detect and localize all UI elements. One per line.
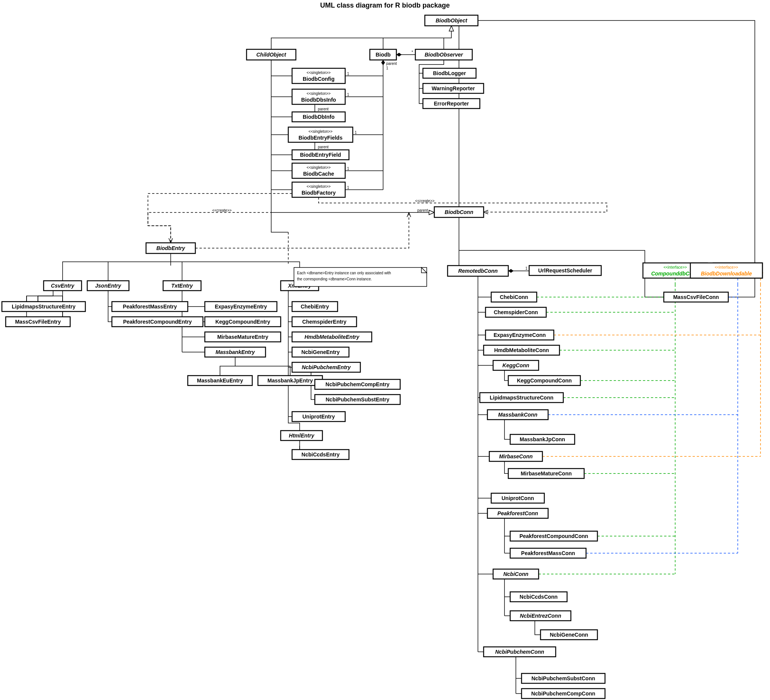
uml-diagram: UML class diagram for R biodb package * …	[0, 0, 770, 700]
svg-text:<<create>>: <<create>>	[212, 208, 231, 212]
label-CsvEntry: CsvEntry	[51, 283, 75, 289]
label-NcbiCcdsConn: NcbiCcdsConn	[520, 594, 558, 600]
label-BiodbCache: BiodbCache	[303, 171, 334, 177]
label-HmdbMetaboliteConn: HmdbMetaboliteConn	[494, 347, 549, 353]
label-MassCsvFileConn: MassCsvFileConn	[673, 294, 719, 300]
label-KeggCompoundConn: KeggCompoundConn	[517, 378, 572, 384]
label-LipidmapsStructureConn: LipidmapsStructureConn	[490, 395, 553, 401]
label-NcbiPubchemCompConn: NcbiPubchemCompConn	[531, 690, 595, 697]
label-PeakforestMassConn: PeakforestMassConn	[521, 550, 575, 556]
label-BiodbDbInfo: BiodbDbInfo	[302, 114, 335, 120]
stereo-CompounddbConn: <<interface>>	[663, 265, 687, 269]
label-BiodbDownloadable: BiodbDownloadable	[701, 271, 752, 277]
label-ChebiConn: ChebiConn	[500, 294, 528, 300]
label-ChildObject: ChildObject	[256, 52, 287, 58]
label-BiodbConn: BiodbConn	[445, 209, 473, 215]
label-NcbiPubchemEntry: NcbiPubchemEntry	[302, 364, 351, 370]
label-MassbankJpEntry: MassbankJpEntry	[267, 378, 313, 384]
stereo-BiodbConfig: <<singleton>>	[306, 71, 331, 75]
label-RemotedbConn: RemotedbConn	[458, 268, 498, 274]
label-BiodbEntryField: BiodbEntryField	[300, 152, 341, 158]
svg-text:*: *	[412, 50, 413, 54]
label-UniprotConn: UniprotConn	[501, 495, 534, 501]
label-UniprotEntry: UniprotEntry	[302, 413, 335, 420]
label-MirbaseConn: MirbaseConn	[499, 454, 533, 459]
label-PeakforestConn: PeakforestConn	[497, 510, 538, 516]
label-BiodbEntryFields: BiodbEntryFields	[299, 134, 343, 141]
label-BiodbConfig: BiodbConfig	[302, 76, 335, 82]
label-HtmlEntry: HtmlEntry	[289, 433, 315, 439]
svg-text:1: 1	[347, 92, 349, 97]
label-NcbiConn: NcbiConn	[503, 571, 528, 577]
svg-text:1: 1	[347, 186, 349, 190]
label-BiodbFactory: BiodbFactory	[302, 190, 336, 196]
label-NcbiEntrezConn: NcbiEntrezConn	[520, 613, 561, 619]
label-MassbankJpConn: MassbankJpConn	[520, 436, 565, 442]
label-PeakforestCompoundEntry: PeakforestCompoundEntry	[123, 319, 192, 325]
label-MassbankEntry: MassbankEntry	[215, 349, 255, 355]
label-ChemspiderEntry: ChemspiderEntry	[302, 319, 347, 325]
label-MassbankEuEntry: MassbankEuEntry	[197, 378, 243, 384]
label-BiodbDbsInfo: BiodbDbsInfo	[301, 97, 336, 103]
stereo-BiodbEntryFields: <<singleton>>	[308, 130, 333, 134]
label-NcbiPubchemSubstConn: NcbiPubchemSubstConn	[531, 675, 595, 681]
svg-text:parent: parent	[318, 107, 329, 111]
diagram-title: UML class diagram for R biodb package	[320, 2, 450, 9]
label-LipidmapsStructureEntry: LipidmapsStructureEntry	[12, 303, 76, 309]
label-BiodbLogger: BiodbLogger	[433, 70, 466, 76]
label-NcbiPubchemCompEntry: NcbiPubchemCompEntry	[325, 381, 390, 387]
label-MassbankConn: MassbankConn	[498, 412, 537, 418]
label-ExpasyEnzymeConn: ExpasyEnzymeConn	[493, 332, 546, 338]
svg-text:parent: parent	[417, 208, 428, 212]
label-TxtEntry: TxtEntry	[171, 283, 193, 289]
stereo-BiodbDownloadable: <<interface>>	[715, 265, 738, 269]
label-UrlRequestScheduler: UrlRequestScheduler	[538, 267, 592, 274]
label-MassCsvFileEntry: MassCsvFileEntry	[15, 319, 61, 325]
svg-text:1: 1	[386, 66, 388, 70]
label-ChebiEntry: ChebiEntry	[301, 303, 329, 309]
label-ErrorReporter: ErrorReporter	[434, 100, 469, 107]
label-ExpasyEnzymeEntry: ExpasyEnzymeEntry	[215, 303, 267, 309]
svg-text:parent: parent	[386, 62, 397, 66]
stereo-BiodbCache: <<singleton>>	[306, 165, 331, 170]
svg-text:<<create>>: <<create>>	[415, 199, 434, 203]
label-KeggConn: KeggConn	[503, 362, 529, 368]
note-line: the corresponding <dbname>Conn instance.	[297, 277, 372, 281]
label-PeakforestMassEntry: PeakforestMassEntry	[123, 303, 177, 309]
note-line: Each <dbname>Entry instance can only ass…	[297, 271, 391, 275]
label-Biodb: Biodb	[375, 52, 391, 58]
label-MirbaseMatureConn: MirbaseMatureConn	[521, 470, 572, 476]
label-BiodbObserver: BiodbObserver	[424, 52, 464, 58]
label-ChemspiderConn: ChemspiderConn	[494, 309, 538, 315]
label-NcbiPubchemSubstEntry: NcbiPubchemSubstEntry	[325, 397, 389, 403]
label-KeggCompoundEntry: KeggCompoundEntry	[215, 319, 270, 325]
label-PeakforestCompoundConn: PeakforestCompoundConn	[519, 533, 588, 539]
svg-text:1: 1	[525, 266, 527, 271]
label-NcbiGeneEntry: NcbiGeneEntry	[301, 349, 340, 355]
label-NcbiGeneConn: NcbiGeneConn	[550, 632, 588, 638]
label-HmdbMetaboliteEntry: HmdbMetaboliteEntry	[304, 334, 360, 340]
stereo-BiodbDbsInfo: <<singleton>>	[306, 91, 331, 96]
svg-text:1: 1	[355, 131, 357, 134]
label-BiodbEntry: BiodbEntry	[156, 245, 186, 251]
svg-text:1: 1	[347, 72, 349, 76]
label-JsonEntry: JsonEntry	[95, 283, 122, 289]
label-WarningReporter: WarningReporter	[432, 85, 475, 91]
svg-text:parent: parent	[318, 145, 329, 149]
label-NcbiCcdsEntry: NcbiCcdsEntry	[302, 452, 340, 458]
label-NcbiPubchemConn: NcbiPubchemConn	[495, 649, 544, 655]
label-BiodbObject: BiodbObject	[435, 18, 467, 24]
stereo-BiodbFactory: <<singleton>>	[306, 185, 331, 188]
svg-text:1: 1	[347, 167, 349, 171]
label-MirbaseMatureEntry: MirbaseMatureEntry	[217, 334, 269, 340]
